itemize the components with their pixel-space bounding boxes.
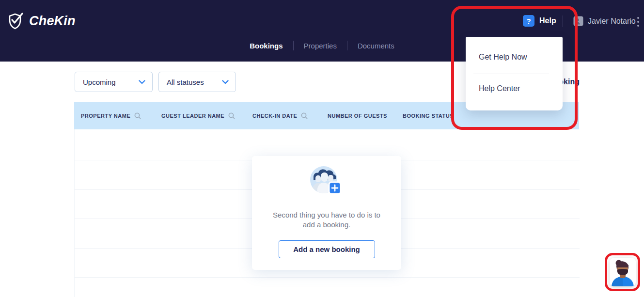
chevron-down-icon xyxy=(222,80,229,84)
period-filter-value: Upcoming xyxy=(83,78,116,86)
status-filter-value: All statuses xyxy=(167,78,204,86)
header-divider xyxy=(563,16,563,27)
person-avatar-image xyxy=(610,258,636,286)
user-badge-icon xyxy=(573,16,583,26)
help-button[interactable]: ? Help xyxy=(523,15,556,27)
menu-item-get-help-now[interactable]: Get Help Now xyxy=(479,53,527,62)
search-icon[interactable] xyxy=(134,112,141,120)
menu-item-help-center[interactable]: Help Center xyxy=(479,84,520,93)
guests-group-plus-icon xyxy=(307,165,346,202)
menu-divider xyxy=(473,74,549,74)
question-mark-icon: ? xyxy=(523,15,534,27)
shield-check-icon xyxy=(8,12,25,30)
status-filter-select[interactable]: All statuses xyxy=(158,72,236,92)
user-menu[interactable]: Javier Notario xyxy=(573,16,636,26)
search-icon[interactable] xyxy=(228,112,236,120)
search-icon[interactable] xyxy=(300,112,308,120)
table-row xyxy=(75,278,580,297)
empty-state-message: Second thing you have to do is to add a … xyxy=(273,210,380,230)
chekin-app-window: CheKin ? Help Javier Notario Bookings Pr… xyxy=(0,0,644,297)
tab-documents[interactable]: Documents xyxy=(347,42,405,50)
help-dropdown-menu: Get Help Now Help Center xyxy=(466,37,563,110)
column-property-name[interactable]: PROPERTY NAME xyxy=(81,102,141,129)
column-number-of-guests: NUMBER OF GUESTS xyxy=(328,102,387,129)
column-check-in-date[interactable]: CHECK-IN DATE xyxy=(252,102,308,129)
chekin-logo[interactable]: CheKin xyxy=(8,12,76,30)
user-name: Javier Notario xyxy=(588,17,636,26)
chat-widget-launcher[interactable] xyxy=(610,258,636,286)
period-filter-select[interactable]: Upcoming xyxy=(75,72,153,92)
kebab-menu-icon[interactable] xyxy=(636,16,641,28)
brand-name: CheKin xyxy=(29,14,76,29)
empty-state-card: Second thing you have to do is to add a … xyxy=(252,156,401,270)
help-button-label: Help xyxy=(539,16,556,25)
add-new-booking-button[interactable]: Add a new booking xyxy=(279,240,375,258)
column-guest-leader-name[interactable]: GUEST LEADER NAME xyxy=(161,102,236,129)
chevron-down-icon xyxy=(139,80,145,84)
tab-bookings[interactable]: Bookings xyxy=(239,42,293,50)
column-booking-status: BOOKING STATUS xyxy=(403,102,454,129)
tab-properties[interactable]: Properties xyxy=(294,42,347,50)
